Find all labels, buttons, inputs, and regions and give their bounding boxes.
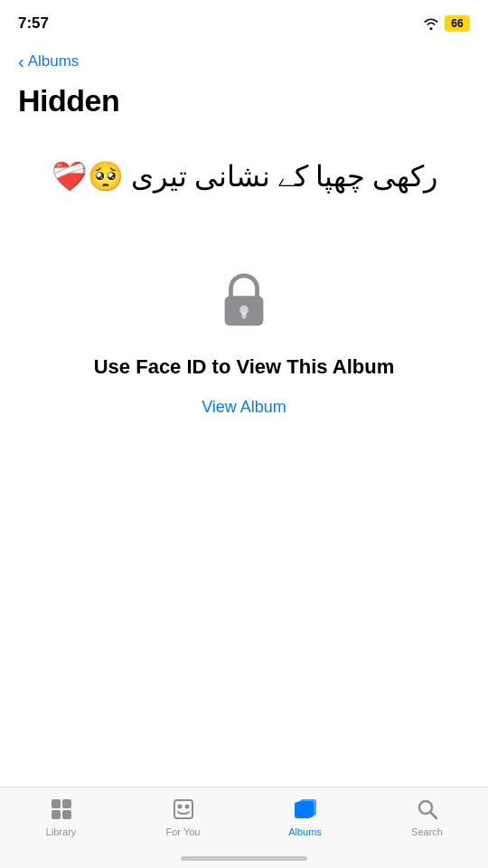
for-you-icon	[171, 797, 196, 822]
tab-search-label: Search	[411, 826, 443, 837]
back-button[interactable]: ‹ Albums	[18, 52, 79, 71]
status-time: 7:57	[18, 14, 49, 33]
back-label: Albums	[28, 52, 80, 71]
svg-rect-6	[62, 810, 71, 819]
lock-icon	[217, 269, 271, 336]
svg-line-14	[430, 813, 436, 819]
chevron-left-icon: ‹	[18, 52, 24, 71]
svg-rect-3	[52, 799, 61, 808]
tab-library-label: Library	[46, 826, 77, 837]
tab-albums[interactable]: Albums	[244, 797, 366, 837]
status-icons: 66	[423, 15, 470, 32]
wifi-icon	[423, 17, 439, 30]
svg-rect-4	[62, 799, 71, 808]
albums-icon	[293, 797, 318, 822]
urdu-text-section: رکھی چھپا کے نشانی تیری 🥺❤️‍🩹	[0, 129, 488, 233]
svg-rect-5	[52, 810, 61, 819]
tab-for-you-label: For You	[166, 826, 201, 837]
tab-search[interactable]: Search	[366, 797, 488, 837]
svg-rect-12	[297, 801, 314, 817]
status-bar: 7:57 66	[0, 0, 488, 40]
lock-section: Use Face ID to View This Album View Albu…	[0, 233, 488, 439]
svg-rect-7	[174, 800, 192, 818]
svg-rect-2	[242, 312, 247, 318]
search-icon	[415, 797, 440, 822]
nav-bar: ‹ Albums	[0, 40, 488, 80]
svg-point-9	[184, 805, 189, 809]
svg-point-8	[177, 805, 182, 809]
tab-albums-label: Albums	[288, 826, 322, 837]
battery-icon: 66	[445, 15, 470, 32]
lock-title: Use Face ID to View This Album	[67, 354, 422, 381]
tab-for-you[interactable]: For You	[122, 797, 244, 837]
home-indicator	[181, 856, 307, 861]
library-icon	[49, 797, 74, 822]
urdu-text: رکھی چھپا کے نشانی تیری 🥺❤️‍🩹	[52, 156, 437, 197]
view-album-button[interactable]: View Album	[194, 394, 294, 420]
page-title: Hidden	[0, 80, 488, 129]
tab-library[interactable]: Library	[0, 797, 122, 837]
